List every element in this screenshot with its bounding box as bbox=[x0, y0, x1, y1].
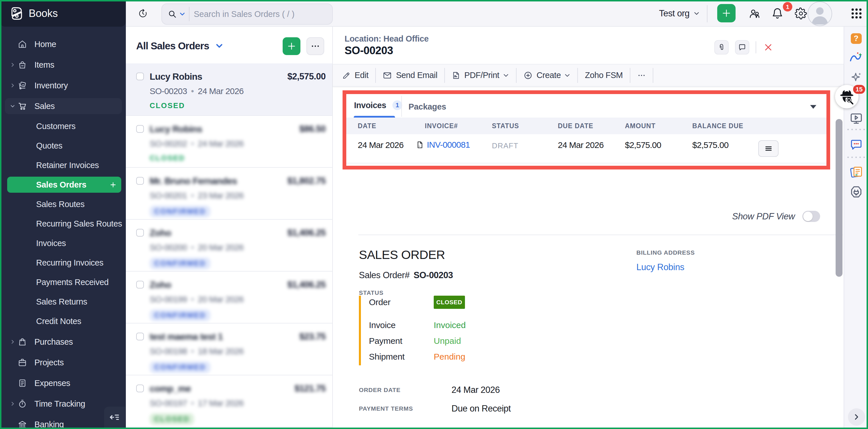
help-button[interactable]: ? bbox=[844, 33, 868, 44]
search-icon[interactable] bbox=[168, 9, 177, 19]
row-checkbox[interactable] bbox=[136, 281, 144, 288]
sidebar-item-sales-orders[interactable]: Sales Orders bbox=[0, 175, 126, 194]
notifications-bell-icon[interactable]: 1 bbox=[771, 0, 783, 27]
sidebar-item-expenses[interactable]: Expenses bbox=[0, 373, 126, 393]
settings-gear-icon[interactable] bbox=[795, 0, 807, 27]
sparkle-icon[interactable] bbox=[844, 71, 868, 84]
feedback-chat-icon[interactable] bbox=[844, 137, 868, 152]
content-row: All Sales Orders Lucy Robins bbox=[126, 27, 868, 429]
sidebar: Books Home Items bbox=[0, 0, 126, 429]
users-icon[interactable] bbox=[748, 0, 761, 27]
row-checkbox[interactable] bbox=[136, 385, 144, 392]
sidebar-item-retainer-invoices[interactable]: Retainer Invoices bbox=[0, 155, 126, 175]
list-more-button[interactable] bbox=[306, 37, 324, 55]
zoho-fsm-button[interactable]: Zoho FSM bbox=[585, 70, 623, 80]
sales-order-row[interactable]: Zoho $1,406.25 SO-00200•20 Mar 2026 CONF… bbox=[126, 220, 332, 272]
send-email-button[interactable]: Send Email bbox=[383, 70, 437, 80]
sales-order-row[interactable]: Lucy Robins $2,575.00 SO-00203•24 Mar 20… bbox=[126, 63, 332, 116]
column-header-date: DATE bbox=[358, 122, 376, 130]
dot-separator: • bbox=[187, 295, 198, 304]
product-name: Books bbox=[29, 7, 58, 20]
sales-order-row[interactable]: comp_me $121.75 SO-00197•17 Mar 2026 CLO… bbox=[126, 375, 332, 427]
video-tutorials-icon[interactable] bbox=[844, 112, 868, 126]
row-checkbox[interactable] bbox=[136, 125, 144, 133]
row-number: SO-00200 bbox=[150, 243, 187, 252]
invoice-row-menu-button[interactable] bbox=[758, 140, 779, 157]
collapse-sidebar-button[interactable] bbox=[104, 407, 125, 428]
quick-create-button[interactable] bbox=[717, 4, 736, 22]
edit-label: Edit bbox=[354, 70, 368, 80]
tab-invoices[interactable]: Invoices 1 bbox=[354, 100, 402, 110]
sidebar-item-sales[interactable]: Sales bbox=[0, 96, 126, 116]
integrations-icon[interactable] bbox=[844, 185, 868, 199]
list-filter-dropdown[interactable]: All Sales Orders bbox=[136, 40, 223, 52]
billing-address-name[interactable]: Lucy Robins bbox=[637, 262, 684, 272]
invoice-table-row: 24 Mar 2026 INV-000081 DRAFT 24 Mar 2026… bbox=[346, 134, 827, 163]
sidebar-item-home[interactable]: Home bbox=[0, 34, 126, 55]
sidebar-item-credit-notes[interactable]: Credit Notes bbox=[0, 311, 126, 331]
sidebar-item-sales-returns[interactable]: Sales Returns bbox=[0, 292, 126, 311]
sidebar-item-sales-routes[interactable]: Sales Routes bbox=[0, 194, 126, 214]
documents-icon[interactable] bbox=[844, 164, 868, 179]
search-input[interactable] bbox=[194, 9, 314, 19]
row-customer-name: Lucy Robins bbox=[150, 71, 202, 82]
row-checkbox[interactable] bbox=[136, 333, 144, 340]
sidebar-item-invoices[interactable]: Invoices bbox=[0, 234, 126, 253]
sidebar-item-payments-received[interactable]: Payments Received bbox=[0, 272, 126, 292]
row-subline: SO-00203•24 Mar 2026 bbox=[150, 86, 244, 96]
pdf-print-button[interactable]: PDF/Print bbox=[452, 70, 509, 80]
sidebar-item-inventory[interactable]: Inventory bbox=[0, 75, 126, 96]
chevron-right-icon bbox=[10, 62, 16, 68]
row-date: 23 Mar 2026 bbox=[198, 191, 244, 200]
sales-order-row[interactable]: Mr. Bruno Fernandes $1,802.75 SO-00201•2… bbox=[126, 168, 332, 220]
invoice-number-link[interactable]: INV-000081 bbox=[427, 140, 470, 150]
sales-order-row[interactable]: Zoho $1,406.25 SO-00199•20 Mar 2026 CONF… bbox=[126, 272, 332, 324]
sidebar-item-purchases[interactable]: Purchases bbox=[0, 332, 126, 352]
sidebar-item-customers[interactable]: Customers bbox=[0, 116, 126, 136]
expand-rail-button[interactable] bbox=[848, 408, 865, 426]
user-avatar[interactable] bbox=[807, 1, 832, 26]
attachments-button[interactable] bbox=[714, 40, 729, 55]
sidebar-item-items[interactable]: Items bbox=[0, 55, 126, 75]
dot-separator: • bbox=[187, 139, 198, 148]
search-scope-chevron-icon[interactable] bbox=[179, 11, 185, 17]
more-actions-button[interactable] bbox=[637, 71, 646, 80]
row-checkbox[interactable] bbox=[136, 72, 144, 80]
assistant-count-badge: 15 bbox=[853, 85, 865, 94]
row-subline: SO-00198•18 Mar 2026 bbox=[150, 346, 244, 356]
comments-button[interactable] bbox=[735, 40, 749, 55]
detail-scrollbar[interactable] bbox=[836, 119, 842, 277]
list-header: All Sales Orders bbox=[126, 27, 332, 63]
tab-packages[interactable]: Packages bbox=[408, 102, 446, 112]
row-checkbox[interactable] bbox=[136, 229, 144, 237]
row-subline: SO-00199•20 Mar 2026 bbox=[150, 295, 244, 304]
edit-button[interactable]: Edit bbox=[342, 70, 368, 80]
books-logo[interactable]: Books bbox=[0, 0, 126, 27]
document-title: SALES ORDER bbox=[359, 248, 445, 262]
sidebar-item-recurring-invoices[interactable]: Recurring Invoices bbox=[0, 253, 126, 272]
org-switcher[interactable]: Test org bbox=[659, 0, 700, 27]
sales-order-row[interactable]: Lucy Robins $86.50 SO-00202•24 Mar 2026 … bbox=[126, 116, 332, 168]
sidebar-item-quotes[interactable]: Quotes bbox=[0, 136, 126, 155]
sales-order-row[interactable]: test maema test 1 $23.75 SO-00198•18 Mar… bbox=[126, 324, 332, 375]
row-checkbox[interactable] bbox=[136, 177, 144, 185]
recent-history-icon[interactable] bbox=[138, 9, 147, 18]
invoice-balance-due: $2,575.00 bbox=[692, 140, 728, 150]
status-row-shipment: Shipment Pending bbox=[369, 352, 465, 362]
sidebar-item-label: Home bbox=[34, 39, 56, 49]
apps-grid-icon[interactable] bbox=[850, 0, 863, 27]
create-button[interactable]: Create bbox=[523, 70, 571, 80]
close-detail-button[interactable] bbox=[763, 41, 774, 53]
row-date: 17 Mar 2026 bbox=[198, 398, 244, 408]
show-pdf-view-toggle[interactable] bbox=[802, 211, 820, 222]
zia-icon[interactable] bbox=[844, 51, 868, 65]
sidebar-item-label: Credit Notes bbox=[36, 316, 82, 326]
collapse-panel-icon[interactable] bbox=[809, 104, 817, 110]
add-sales-order-icon[interactable] bbox=[110, 182, 116, 188]
sidebar-item-projects[interactable]: Projects bbox=[0, 352, 126, 373]
sidebar-item-recurring-sales-routes[interactable]: Recurring Sales Routes bbox=[0, 214, 126, 234]
assistant-avatar[interactable]: 15 bbox=[835, 85, 859, 109]
new-sales-order-button[interactable] bbox=[283, 37, 301, 55]
row-amount: $86.50 bbox=[299, 124, 326, 134]
global-search bbox=[161, 3, 333, 25]
